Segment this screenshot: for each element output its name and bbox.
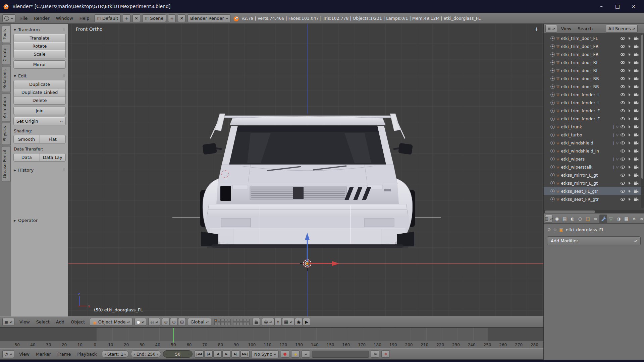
texture-tab[interactable]: ▦ [623, 215, 630, 223]
decrement-icon[interactable]: ◂ [133, 352, 135, 356]
layer-toggle-10[interactable] [228, 322, 231, 325]
outliner-row[interactable]: +▽etki_trim_door_RL [544, 66, 644, 74]
panel-grip-icon[interactable]: ⠿ [63, 27, 65, 32]
outliner-row[interactable]: +▽etki_trim_door_FR [544, 42, 644, 50]
renderable-camera-icon[interactable] [634, 189, 639, 193]
tool-tab-animation[interactable]: Animation [2, 94, 11, 122]
layer-toggle-16[interactable] [233, 322, 236, 325]
editor-type-button[interactable]: ◔▴▾ [2, 350, 14, 358]
scrollbar-thumb[interactable] [641, 35, 643, 179]
tool-tab-tools[interactable]: Tools [2, 26, 11, 43]
timeline-menu-playback[interactable]: Playback [74, 352, 100, 357]
selectable-cursor-icon[interactable] [627, 45, 632, 48]
add-layout-button[interactable]: + [123, 14, 130, 22]
selectable-cursor-icon[interactable] [627, 109, 632, 113]
renderable-camera-icon[interactable] [634, 101, 639, 105]
opengl-render-icon[interactable]: ◉ [295, 318, 303, 326]
expand-icon[interactable]: + [550, 93, 555, 97]
increment-icon[interactable]: ▸ [125, 352, 126, 356]
renderable-camera-icon[interactable] [634, 61, 639, 64]
layer-toggle-13[interactable] [240, 319, 243, 322]
selectable-cursor-icon[interactable] [627, 157, 632, 161]
selectable-cursor-icon[interactable] [627, 53, 632, 56]
panel-grip-icon[interactable]: ⠿ [63, 74, 65, 78]
keying-set-button[interactable]: ◆ [291, 350, 300, 358]
timeline-menu-frame[interactable]: Frame [54, 352, 74, 357]
viewport-menu-view[interactable]: View [16, 319, 33, 324]
outliner-row[interactable]: +▽etki_trim_door_RL [544, 58, 644, 66]
outliner-row[interactable]: +▽etki_trim_door_RR [544, 82, 644, 90]
jump-to-prev-keyframe-button[interactable]: |◀ [204, 350, 213, 358]
object-name[interactable]: etki_trim_fender_F [561, 116, 619, 121]
object-name[interactable]: etkss_seat_FR_gtr [561, 197, 619, 202]
tool-tab-physics[interactable]: Physics [2, 123, 11, 145]
tool-tab-create[interactable]: Create [2, 44, 11, 65]
translate-button[interactable]: Translate [13, 34, 66, 42]
proportional-edit-dropdown[interactable]: ◎▴▾ [262, 318, 274, 326]
renderable-camera-icon[interactable] [634, 157, 639, 161]
jump-to-next-keyframe-button[interactable]: ▶| [231, 350, 240, 358]
outliner-row[interactable]: +▽etki_turbo|▽ [544, 131, 644, 139]
object-name[interactable]: etki_windshield_in [561, 148, 619, 154]
particles-tab[interactable]: ∗ [630, 215, 638, 223]
lock-to-scene-button[interactable] [253, 318, 260, 326]
renderable-camera-icon[interactable] [634, 77, 639, 80]
object-name[interactable]: etki_trim_door_RL [561, 60, 619, 65]
expand-icon[interactable]: + [550, 125, 555, 129]
selectable-cursor-icon[interactable] [627, 61, 632, 64]
render-layers-tab[interactable]: ▤ [561, 215, 569, 223]
editor-type-button[interactable]: i▴▾ [2, 14, 15, 22]
info-menu-render[interactable]: Render [31, 16, 52, 21]
visibility-eye-icon[interactable] [620, 165, 625, 169]
layer-toggle-2[interactable] [218, 319, 221, 322]
data-button[interactable]: Data [13, 153, 40, 162]
outliner-menu-search[interactable]: Search [575, 26, 596, 31]
selectable-cursor-icon[interactable] [627, 165, 632, 169]
start-frame-field[interactable]: ◂Start:1▸ [102, 350, 129, 358]
maximize-button[interactable]: □ [610, 1, 625, 11]
3d-viewport[interactable]: z x Front Ortho (50) etki_doorglass_FL + [68, 24, 543, 316]
expand-icon[interactable]: + [550, 181, 555, 185]
orientation-dropdown[interactable]: Global▴▾ [188, 318, 211, 326]
visibility-eye-icon[interactable] [620, 45, 625, 48]
layer-toggle-8[interactable] [221, 322, 224, 325]
object-name[interactable]: etki_trim_door_RR [561, 84, 619, 89]
object-name[interactable]: etki_trim_fender_L [561, 92, 619, 97]
visibility-eye-icon[interactable] [620, 117, 625, 121]
selectable-cursor-icon[interactable] [627, 69, 632, 72]
layer-toggle-5[interactable] [228, 319, 231, 322]
selectable-cursor-icon[interactable] [627, 93, 632, 97]
scale-manipulator-icon[interactable]: ⊞ [178, 318, 186, 326]
visibility-eye-icon[interactable] [620, 133, 625, 137]
decrement-icon[interactable]: ◂ [166, 352, 167, 356]
current-frame-field[interactable]: ◂50▸ [163, 350, 193, 358]
physics-tab[interactable]: ≈ [638, 215, 644, 223]
snap-element-dropdown[interactable]: ▦▴▾ [282, 318, 294, 326]
selectable-cursor-icon[interactable] [627, 181, 632, 185]
expand-icon[interactable]: + [550, 60, 555, 65]
visibility-eye-icon[interactable] [620, 77, 625, 80]
keying-dropdown[interactable]: ▴▾ [302, 350, 310, 358]
visibility-eye-icon[interactable] [620, 189, 625, 193]
duplicate-linked-button[interactable]: Duplicate Linked [13, 88, 66, 97]
object-name[interactable]: etki_wipers [561, 157, 611, 162]
transform-panel-header[interactable]: ▼Transform⠿ [14, 27, 65, 32]
outliner-row[interactable]: +▽etki_wipers|▽ [544, 155, 644, 163]
editor-type-button[interactable]: ≡▴▾ [545, 25, 557, 33]
renderable-camera-icon[interactable] [634, 45, 639, 48]
data-tab[interactable]: ▽ [607, 215, 615, 223]
increment-icon[interactable]: ▸ [157, 352, 158, 356]
operator-panel-header[interactable]: ▶Operator [14, 218, 65, 223]
visibility-eye-icon[interactable] [620, 85, 625, 88]
viewport-menu-select[interactable]: Select [33, 319, 53, 324]
selectable-cursor-icon[interactable] [627, 141, 632, 145]
object-name[interactable]: etkss_mirror_L_gt [561, 173, 619, 178]
layer-toggle-20[interactable] [247, 322, 250, 325]
flat-button[interactable]: Flat [40, 135, 66, 143]
record-button[interactable] [281, 350, 289, 358]
renderable-camera-icon[interactable] [634, 109, 639, 113]
scale-button[interactable]: Scale [13, 50, 66, 58]
info-menu-file[interactable]: File [17, 16, 31, 21]
layer-toggle-7[interactable] [218, 322, 221, 325]
renderable-camera-icon[interactable] [634, 173, 639, 177]
